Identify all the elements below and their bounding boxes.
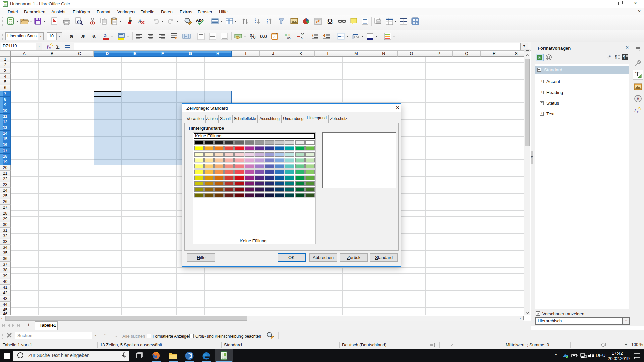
svg-text:A: A: [138, 18, 141, 24]
svg-text:¶: ¶: [615, 55, 617, 59]
svg-text:a: a: [81, 33, 85, 40]
svg-text:%: %: [250, 33, 256, 40]
svg-text:T: T: [635, 71, 639, 78]
svg-text:Abc: Abc: [196, 18, 204, 23]
svg-text:f: f: [634, 108, 636, 113]
svg-text:x: x: [636, 110, 639, 114]
svg-text:.0: .0: [288, 33, 290, 37]
svg-text:3: 3: [273, 35, 275, 39]
svg-text:.00: .00: [286, 37, 291, 40]
svg-text:x: x: [49, 46, 51, 50]
svg-text:Σ: Σ: [56, 44, 60, 50]
svg-text:.00: .00: [300, 33, 304, 36]
svg-text:a: a: [104, 33, 107, 38]
svg-text:a: a: [70, 33, 73, 40]
svg-text:.0: .0: [300, 37, 303, 40]
svg-text:Ω: Ω: [327, 18, 333, 25]
svg-text:0.0: 0.0: [260, 33, 267, 39]
svg-text:¶: ¶: [623, 55, 625, 59]
svg-text:f: f: [47, 44, 49, 50]
svg-text:a: a: [92, 33, 96, 39]
